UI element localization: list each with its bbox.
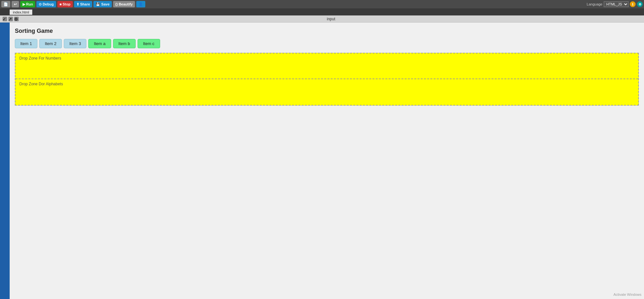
- save-icon: 💾: [96, 2, 100, 6]
- tab-label: index.html: [13, 10, 29, 14]
- panel-controls: ✓ ↗ ⚙: [3, 17, 19, 21]
- drop-zone-alphabets-label: Drop Zone Dor Alphabets: [19, 82, 634, 86]
- drop-zones-container: Drop Zone For Numbers Drop Zone Dor Alph…: [15, 53, 639, 106]
- stop-label: Stop: [62, 2, 70, 6]
- toolbar: 📄 ↩ ▶ Run ⊙ Debug ■ Stop ⬆ Share 💾 Save …: [0, 0, 644, 8]
- item-2-button[interactable]: Item 2: [39, 39, 62, 48]
- user-button[interactable]: 👤: [136, 1, 145, 7]
- beautify-button[interactable]: () Beautify: [113, 1, 135, 7]
- toolbar-right: Language HTML_JS ℹ ⚙: [587, 1, 643, 7]
- language-select[interactable]: HTML_JS: [604, 1, 629, 7]
- activate-windows-text: Activate Windows: [613, 293, 641, 296]
- beautify-label: () Beautify: [115, 2, 133, 6]
- debug-icon: ⊙: [39, 2, 42, 6]
- run-icon: ▶: [23, 2, 25, 6]
- stop-icon: ■: [60, 2, 62, 6]
- panel-header: ✓ ↗ ⚙ input: [0, 15, 644, 23]
- item-b-button[interactable]: Item b: [113, 39, 136, 48]
- tab-index-html[interactable]: index.html: [10, 9, 33, 15]
- panel-title: input: [327, 17, 335, 21]
- file-button[interactable]: 📄: [1, 1, 10, 7]
- run-button[interactable]: ▶ Run: [20, 1, 35, 7]
- stop-button[interactable]: ■ Stop: [57, 1, 73, 7]
- sidebar: [0, 23, 10, 299]
- drop-zone-numbers-label: Drop Zone For Numbers: [19, 56, 634, 61]
- preview-panel: Sorting Game Item 1 Item 2 Item 3 Item a…: [10, 23, 644, 299]
- save-label: Save: [101, 2, 110, 6]
- debug-label: Debug: [43, 2, 53, 6]
- save-button[interactable]: 💾 Save: [93, 1, 112, 7]
- undo-button[interactable]: ↩: [12, 1, 19, 7]
- debug-button[interactable]: ⊙ Debug: [36, 1, 56, 7]
- user-icon: 👤: [139, 2, 143, 6]
- expand-icon[interactable]: ↗: [8, 17, 13, 21]
- item-1-button[interactable]: Item 1: [15, 39, 37, 48]
- language-label: Language: [587, 2, 602, 6]
- item-a-button[interactable]: Item a: [88, 39, 111, 48]
- item-c-button[interactable]: Item c: [138, 39, 160, 48]
- main-layout: Sorting Game Item 1 Item 2 Item 3 Item a…: [0, 23, 644, 299]
- run-label: Run: [26, 2, 33, 6]
- share-button[interactable]: ⬆ Share: [74, 1, 92, 7]
- tab-bar: index.html: [0, 8, 644, 15]
- share-label: Share: [80, 2, 90, 6]
- items-row: Item 1 Item 2 Item 3 Item a Item b Item …: [15, 39, 639, 48]
- info-button[interactable]: ℹ: [630, 1, 636, 7]
- settings-icon[interactable]: ⚙: [14, 17, 19, 21]
- collapse-icon[interactable]: ✓: [3, 17, 7, 21]
- game-title: Sorting Game: [15, 28, 639, 34]
- share-icon: ⬆: [76, 2, 79, 6]
- settings-button[interactable]: ⚙: [637, 1, 643, 7]
- drop-zone-numbers[interactable]: Drop Zone For Numbers: [15, 53, 638, 79]
- drop-zone-alphabets[interactable]: Drop Zone Dor Alphabets: [15, 79, 638, 105]
- item-3-button[interactable]: Item 3: [64, 39, 86, 48]
